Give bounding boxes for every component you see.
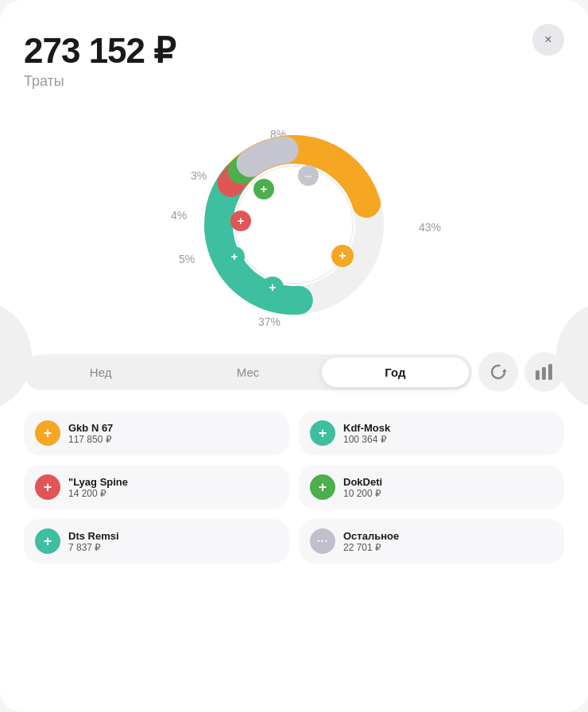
donut-svg: + + + + + ··· xyxy=(191,122,397,328)
tab-ned[interactable]: Нед xyxy=(27,358,174,387)
dts-name: Dts Remsi xyxy=(68,530,278,542)
gkb-text: Gkb N 67 117 850 ₽ xyxy=(68,422,278,445)
other-name: Остальное xyxy=(343,530,553,542)
svg-text:+: + xyxy=(238,214,245,227)
legend-item-gkb[interactable]: Gkb N 67 117 850 ₽ xyxy=(24,411,289,455)
refresh-icon xyxy=(489,363,507,381)
kdf-name: Kdf-Mosk xyxy=(343,422,553,434)
legend-item-dts[interactable]: Dts Remsi 7 837 ₽ xyxy=(24,519,289,563)
kdf-text: Kdf-Mosk 100 364 ₽ xyxy=(343,422,553,445)
tab-god[interactable]: Год xyxy=(322,358,469,387)
section-title: Траты xyxy=(24,73,564,90)
dts-icon xyxy=(35,528,60,554)
svg-rect-24 xyxy=(542,367,546,380)
svg-text:···: ··· xyxy=(304,172,311,181)
tab-mes[interactable]: Мес xyxy=(174,358,321,387)
legend-item-kdf[interactable]: Kdf-Mosk 100 364 ₽ xyxy=(299,411,564,455)
dts-amount: 7 837 ₽ xyxy=(68,542,278,553)
dok-name: DokDeti xyxy=(343,476,553,488)
svg-text:+: + xyxy=(269,281,276,294)
lyag-amount: 14 200 ₽ xyxy=(68,488,278,499)
chart-area: 8% 3% 4% 5% 37% 43% xyxy=(24,106,564,344)
period-tabs: Нед Мес Год xyxy=(24,354,472,390)
close-button[interactable]: × xyxy=(532,24,564,56)
gkb-amount: 117 850 ₽ xyxy=(68,434,278,445)
pct-label-43: 43% xyxy=(419,221,441,234)
svg-rect-23 xyxy=(536,370,540,380)
refresh-button[interactable] xyxy=(478,352,518,392)
tabs-row: Нед Мес Год xyxy=(24,352,564,392)
donut-chart: + + + + + ··· xyxy=(191,122,397,328)
total-amount: 273 152 ₽ xyxy=(24,32,564,70)
bar-chart-icon xyxy=(536,364,553,380)
pct-label-4: 4% xyxy=(171,209,187,222)
main-container: × 273 152 ₽ Траты 8% 3% 4% 5% 37% 43% xyxy=(0,0,588,712)
svg-text:+: + xyxy=(231,250,238,263)
lyag-icon xyxy=(35,474,60,500)
svg-text:+: + xyxy=(261,182,268,195)
legend-grid: Gkb N 67 117 850 ₽ Kdf-Mosk 100 364 ₽ "L… xyxy=(24,411,564,563)
dok-amount: 10 200 ₽ xyxy=(343,488,553,499)
other-amount: 22 701 ₽ xyxy=(343,542,553,553)
gkb-name: Gkb N 67 xyxy=(68,422,278,434)
dok-text: DokDeti 10 200 ₽ xyxy=(343,476,553,499)
lyag-text: "Lyag Spine 14 200 ₽ xyxy=(68,476,278,499)
kdf-icon xyxy=(310,420,335,446)
svg-rect-25 xyxy=(548,364,552,380)
legend-item-other[interactable]: Остальное 22 701 ₽ xyxy=(299,519,564,563)
lyag-name: "Lyag Spine xyxy=(68,476,278,488)
dok-icon xyxy=(310,474,335,500)
other-icon xyxy=(310,528,335,554)
svg-text:+: + xyxy=(338,249,346,262)
gkb-icon xyxy=(35,420,60,446)
kdf-amount: 100 364 ₽ xyxy=(343,434,553,445)
svg-marker-22 xyxy=(502,369,507,372)
legend-item-dok[interactable]: DokDeti 10 200 ₽ xyxy=(299,465,564,509)
legend-item-lyag[interactable]: "Lyag Spine 14 200 ₽ xyxy=(24,465,289,509)
other-text: Остальное 22 701 ₽ xyxy=(343,530,553,553)
dts-text: Dts Remsi 7 837 ₽ xyxy=(68,530,278,553)
